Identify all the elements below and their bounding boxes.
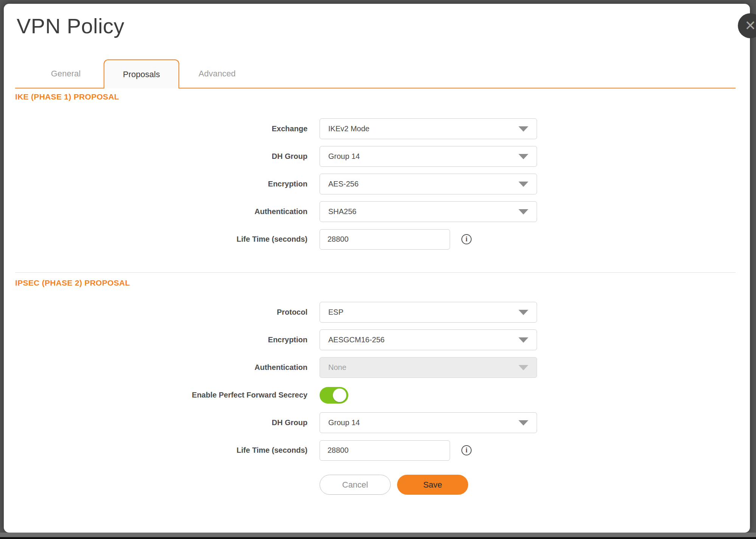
life-time-label: Life Time (seconds)	[4, 235, 320, 244]
ike-phase1-heading: IKE (PHASE 1) PROPOSAL	[15, 92, 119, 101]
exchange-label: Exchange	[4, 124, 320, 133]
life-time-row: Life Time (seconds) i	[4, 229, 750, 250]
ipsec-phase2-form: Protocol ESP Encryption AESGCM16-256 Aut…	[4, 302, 750, 468]
exchange-value: IKEv2 Mode	[328, 124, 369, 133]
toggle-knob	[333, 388, 346, 402]
save-button[interactable]: Save	[397, 475, 468, 495]
chevron-down-icon	[518, 365, 528, 370]
dh-group-label: DH Group	[4, 152, 320, 161]
chevron-down-icon	[518, 182, 528, 187]
tab-advanced[interactable]: Advanced	[179, 59, 255, 88]
protocol-row: Protocol ESP	[4, 302, 750, 323]
life-time2-row: Life Time (seconds) i	[4, 440, 750, 461]
encryption2-value: AESGCM16-256	[328, 336, 385, 344]
authentication2-label: Authentication	[4, 363, 320, 372]
life-time-input[interactable]	[320, 229, 450, 250]
authentication-select[interactable]: SHA256	[320, 201, 537, 222]
protocol-select[interactable]: ESP	[320, 302, 537, 323]
chevron-down-icon	[518, 126, 528, 132]
authentication2-select-disabled: None	[320, 357, 537, 378]
page-title: VPN Policy	[17, 14, 124, 38]
encryption-value: AES-256	[328, 180, 359, 188]
protocol-value: ESP	[328, 308, 343, 317]
dh-group2-label: DH Group	[4, 418, 320, 427]
pfs-row: Enable Perfect Forward Secrecy	[4, 385, 750, 405]
tab-bar: General Proposals Advanced	[15, 59, 736, 89]
dh-group2-value: Group 14	[328, 418, 360, 427]
dh-group-select[interactable]: Group 14	[320, 146, 537, 167]
encryption2-select[interactable]: AESGCM16-256	[320, 329, 537, 350]
encryption2-label: Encryption	[4, 336, 320, 344]
chevron-down-icon	[518, 337, 528, 343]
dh-group-row: DH Group Group 14	[4, 146, 750, 167]
chevron-down-icon	[518, 310, 528, 315]
pfs-toggle-on[interactable]	[320, 387, 348, 404]
encryption-label: Encryption	[4, 180, 320, 188]
info-icon[interactable]: i	[461, 445, 472, 455]
authentication-label: Authentication	[4, 207, 320, 216]
ike-phase1-form: Exchange IKEv2 Mode DH Group Group 14 En…	[4, 118, 750, 256]
dh-group2-row: DH Group Group 14	[4, 412, 750, 433]
encryption-row: Encryption AES-256	[4, 174, 750, 194]
encryption-select[interactable]: AES-256	[320, 174, 537, 194]
dh-group-value: Group 14	[328, 152, 360, 161]
chevron-down-icon	[518, 420, 528, 426]
authentication2-value: None	[328, 363, 346, 372]
chevron-down-icon	[518, 209, 528, 214]
protocol-label: Protocol	[4, 308, 320, 317]
authentication-row: Authentication SHA256	[4, 201, 750, 222]
cancel-button[interactable]: Cancel	[320, 475, 391, 495]
background-bottom-line	[0, 537, 756, 539]
dialog-actions: Cancel Save	[320, 475, 468, 495]
ipsec-phase2-heading: IPSEC (PHASE 2) PROPOSAL	[15, 278, 130, 287]
life-time2-label: Life Time (seconds)	[4, 446, 320, 455]
vpn-policy-dialog: VPN Policy General Proposals Advanced IK…	[4, 4, 750, 533]
exchange-select[interactable]: IKEv2 Mode	[320, 118, 537, 139]
tab-general[interactable]: General	[28, 59, 104, 88]
authentication2-row: Authentication None	[4, 357, 750, 378]
tab-proposals[interactable]: Proposals	[104, 59, 179, 89]
authentication-value: SHA256	[328, 207, 357, 216]
section-divider	[15, 272, 736, 273]
chevron-down-icon	[518, 154, 528, 159]
dh-group2-select[interactable]: Group 14	[320, 412, 537, 433]
pfs-label: Enable Perfect Forward Secrecy	[4, 391, 320, 399]
encryption2-row: Encryption AESGCM16-256	[4, 329, 750, 350]
exchange-row: Exchange IKEv2 Mode	[4, 118, 750, 139]
info-icon[interactable]: i	[461, 234, 472, 244]
life-time2-input[interactable]	[320, 440, 450, 461]
